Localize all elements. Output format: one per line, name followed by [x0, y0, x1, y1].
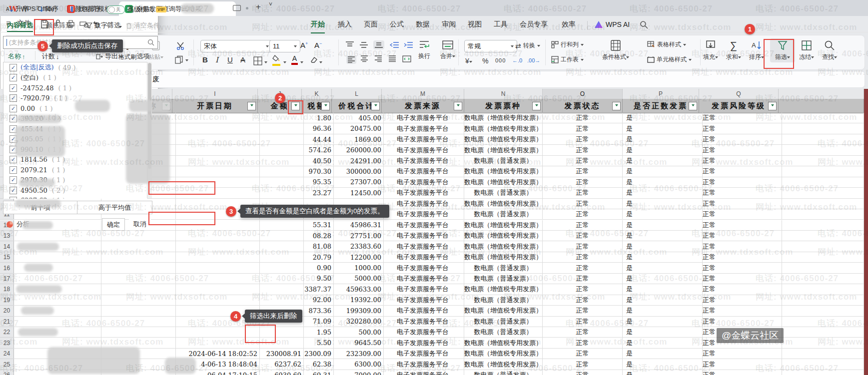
search-icon[interactable] [640, 20, 648, 29]
cell-O16[interactable]: 正常 [543, 263, 623, 273]
header-filter-button-Q[interactable] [768, 102, 777, 110]
cell-N17[interactable]: 数电票（普通发票） [464, 274, 543, 284]
cell-Q11[interactable]: 正常 [699, 209, 782, 220]
cell-Q3[interactable]: 正常 [699, 123, 782, 134]
cell[interactable] [779, 306, 864, 316]
header-filter-button-N[interactable] [532, 102, 541, 110]
filter-value-item[interactable]: ✓6237.62( 1 ) [3, 196, 147, 199]
cell-M9[interactable]: 电子发票服务平台 [382, 188, 464, 198]
cell-H20[interactable] [98, 306, 176, 316]
checkbox-icon[interactable]: ✓ [9, 115, 17, 122]
cell-L2[interactable]: 405.00 [332, 113, 384, 123]
cell-P16[interactable]: 是 [623, 263, 703, 273]
checkbox-icon[interactable]: ✓ [9, 94, 17, 102]
column-letter-P[interactable]: P [623, 89, 699, 99]
cell-K8[interactable]: 95.35 [302, 177, 334, 188]
cell-I7[interactable] [172, 166, 260, 177]
cell[interactable] [779, 188, 864, 198]
cell-P23[interactable]: 是 [623, 338, 703, 348]
cell-Q16[interactable]: 正常 [699, 263, 782, 273]
cell-H14[interactable] [98, 241, 176, 252]
cell-P13[interactable]: 是 [623, 231, 703, 241]
cell-J16[interactable] [258, 263, 304, 273]
list-sort-by-name[interactable]: 名称↑ [8, 52, 25, 61]
underline-button[interactable]: U [227, 55, 233, 64]
borders-button[interactable] [253, 56, 262, 65]
cell-Q17[interactable]: 正常 [699, 274, 782, 284]
filter-value-item[interactable]: ✓(全选|反选)( 49 ) [3, 62, 147, 73]
wps-ai-label[interactable]: WPS AI [606, 20, 630, 28]
cell-O24[interactable]: 正常 [543, 349, 623, 359]
cell-O14[interactable]: 正常 [543, 241, 623, 252]
cell-N3[interactable]: 数电票（增值税专用发票） [464, 123, 543, 134]
cell-O3[interactable]: 正常 [543, 123, 623, 134]
cell-L13[interactable]: 27751.00 [332, 231, 384, 241]
cell-N13[interactable]: 数电票（增值税专用发票） [464, 231, 543, 241]
cell-N26[interactable]: 数电票（普通发票） [464, 370, 543, 375]
cell-H15[interactable] [98, 252, 176, 263]
decrease-indent-icon[interactable] [389, 41, 399, 48]
row-number-16[interactable]: 16 [0, 263, 14, 273]
cell-P14[interactable]: 是 [623, 241, 703, 252]
cell-P17[interactable]: 是 [623, 274, 703, 284]
percent-format-button[interactable]: % [482, 57, 488, 65]
cell-P7[interactable]: 是 [623, 166, 703, 177]
cell-Q26[interactable]: 正常 [699, 370, 782, 375]
cell-N12[interactable]: 数电票（增值税专用发票） [464, 220, 543, 231]
font-size-select[interactable]: 11 [269, 40, 300, 52]
cell-K23[interactable]: 5.50 [302, 338, 334, 348]
cell-K19[interactable]: 92.00 [302, 295, 334, 306]
cell[interactable] [779, 338, 864, 348]
cell-P12[interactable]: 是 [623, 220, 703, 231]
menu-tab-data[interactable]: 数据 [416, 20, 430, 32]
cell-O20[interactable]: 正常 [543, 306, 623, 316]
cell-K14[interactable]: 81.08 [302, 241, 334, 252]
cell-O7[interactable]: 正常 [543, 166, 623, 177]
cell-P25[interactable]: 是 [623, 359, 703, 370]
cell-O13[interactable]: 正常 [543, 231, 623, 241]
cell-L5[interactable]: 260000.00 [332, 145, 384, 155]
merge-cells-button[interactable]: 合并 [440, 39, 455, 60]
header-cell-P[interactable]: 是否正数发票 [623, 99, 699, 113]
sort-asc-button[interactable]: A 升序 [6, 4, 28, 13]
cell[interactable] [779, 317, 864, 327]
header-cell-r[interactable] [779, 99, 864, 113]
cell-L22[interactable]: 500.00 [332, 327, 384, 338]
cell-I2[interactable] [172, 113, 260, 123]
checkbox-icon[interactable]: ✓ [9, 74, 17, 81]
cell-J18[interactable] [258, 284, 304, 295]
column-letter-M[interactable]: M [382, 89, 464, 99]
cancel-button[interactable]: 取消 [129, 218, 151, 230]
cell[interactable] [779, 349, 864, 359]
cell-L19[interactable]: 19392.00 [332, 295, 384, 306]
cell-O17[interactable]: 正常 [543, 274, 623, 284]
cell-L16[interactable]: 1000.00 [332, 263, 384, 273]
cell-O10[interactable]: 正常 [543, 199, 623, 209]
distribute-icon[interactable] [402, 55, 411, 62]
column-letter-N[interactable]: N [464, 89, 543, 99]
cell-N23[interactable]: 数电票（增值税专用发票） [464, 338, 543, 348]
cell-J8[interactable] [258, 177, 304, 188]
menu-tab-home[interactable]: 开始 [311, 20, 325, 33]
cell-M2[interactable]: 电子发票服务平台 [382, 113, 464, 123]
row-number-23[interactable]: 23 [0, 338, 14, 348]
cell-Q6[interactable]: 正常 [699, 156, 782, 166]
cell-O18[interactable]: 正常 [543, 284, 623, 295]
cell-M21[interactable]: 电子发票服务平台 [382, 317, 464, 327]
numeric-filter-button[interactable]: 数字筛选 [86, 21, 120, 30]
cell-K18[interactable]: 3387.37 [302, 284, 334, 295]
cell-P11[interactable]: 是 [623, 209, 703, 220]
cell[interactable] [779, 134, 864, 145]
cell-K9[interactable]: 23.27 [302, 188, 334, 198]
cell-I18[interactable] [172, 284, 260, 295]
borders-chevron-icon[interactable] [264, 61, 267, 65]
cell-O4[interactable]: 正常 [543, 134, 623, 145]
eraser-button[interactable] [308, 56, 317, 63]
cell[interactable] [779, 370, 864, 375]
header-filter-button-I[interactable] [247, 102, 256, 110]
cell-M8[interactable]: 电子发票服务平台 [382, 177, 464, 188]
align-bottom-icon[interactable] [373, 40, 384, 49]
cell-P24[interactable]: 是 [623, 349, 703, 359]
cell-N11[interactable]: 数电票（普通发票） [464, 209, 543, 220]
cell-I5[interactable] [172, 145, 260, 155]
